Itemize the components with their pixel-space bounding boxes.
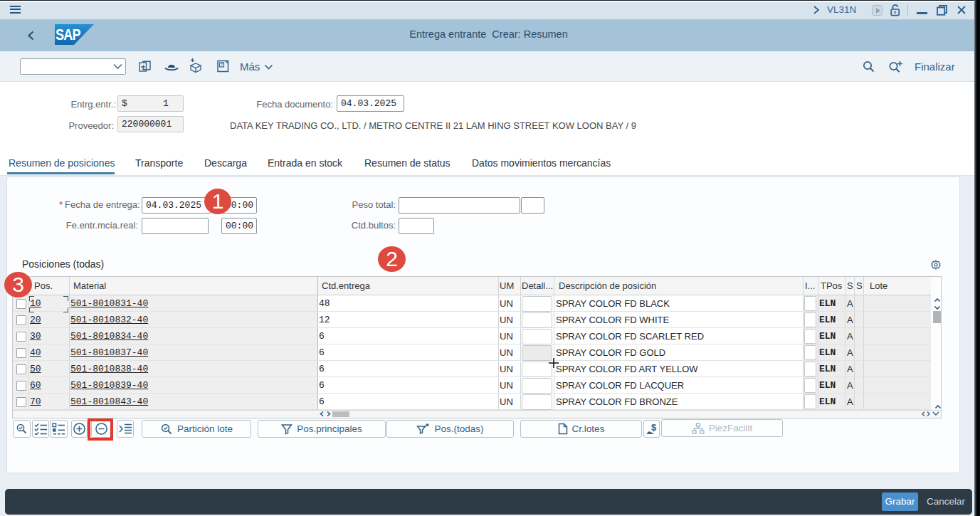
svg-text:$: $ bbox=[651, 423, 657, 433]
svg-text:7: 7 bbox=[221, 63, 223, 67]
